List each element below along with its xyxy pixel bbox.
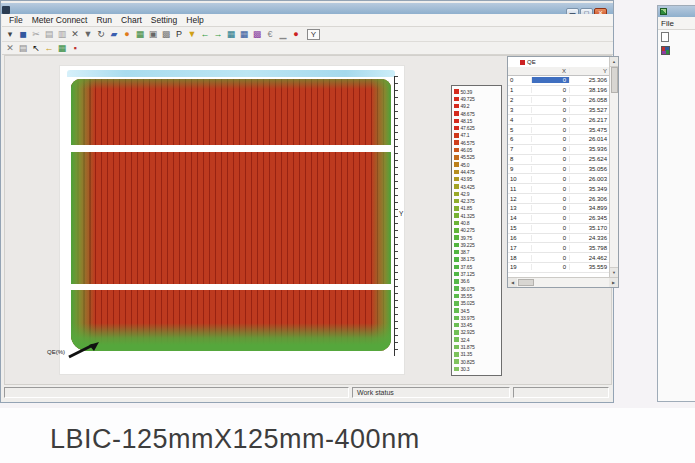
table-row[interactable]: 19035.559: [508, 263, 610, 273]
dot-icon[interactable]: ▪: [69, 42, 81, 54]
cut-icon[interactable]: ✂: [30, 28, 42, 40]
color-scale-legend[interactable]: 50.3949.72549.248.67548.1547.62547.146.5…: [451, 85, 502, 376]
layers-icon[interactable]: ▦: [56, 42, 68, 54]
x-value-cell[interactable]: 0: [532, 87, 570, 93]
y-value-cell[interactable]: 26.217: [570, 117, 610, 123]
cursor-icon[interactable]: ↖: [30, 42, 42, 54]
marker-icon[interactable]: ▼: [186, 28, 198, 40]
x-value-cell[interactable]: 0: [532, 255, 570, 261]
y-value-cell[interactable]: 35.798: [570, 245, 610, 251]
x-value-cell[interactable]: 0: [532, 77, 570, 83]
prev-icon[interactable]: ←: [199, 28, 211, 40]
menu-item-run[interactable]: Run: [96, 15, 112, 25]
table-row[interactable]: 17035.798: [508, 243, 610, 253]
vertical-scroll-thumb[interactable]: [611, 67, 618, 93]
table-row[interactable]: 6026.014: [508, 135, 610, 145]
x-value-cell[interactable]: 0: [532, 146, 570, 152]
side-title-bar[interactable]: [658, 6, 695, 17]
cells-icon[interactable]: ▩: [251, 28, 263, 40]
x-value-cell[interactable]: 0: [532, 196, 570, 202]
y-value-cell[interactable]: 25.624: [570, 156, 610, 162]
y-value-cell[interactable]: 35.056: [570, 166, 610, 172]
scroll-down-button[interactable]: ▼: [610, 267, 618, 277]
camera-icon[interactable]: ▩: [160, 28, 172, 40]
preview-icon[interactable]: P: [173, 28, 185, 40]
y-value-cell[interactable]: 35.349: [570, 186, 610, 192]
table-row[interactable]: 12026.306: [508, 194, 610, 204]
y-value-cell[interactable]: 35.170: [570, 225, 610, 231]
copy-icon[interactable]: ▤: [43, 28, 55, 40]
dropdown-icon[interactable]: ▾: [4, 28, 16, 40]
y-value-cell[interactable]: 26.058: [570, 97, 610, 103]
save-icon[interactable]: ◼: [17, 28, 29, 40]
x-value-cell[interactable]: 0: [532, 205, 570, 211]
y-value-cell[interactable]: 26.003: [570, 176, 610, 182]
table-row[interactable]: 8025.624: [508, 155, 610, 165]
scroll-left-button[interactable]: ◀: [508, 278, 517, 287]
folder-icon[interactable]: ▰: [108, 28, 120, 40]
x-value-cell[interactable]: 0: [532, 166, 570, 172]
table-row[interactable]: 13034.899: [508, 204, 610, 214]
monitor-icon[interactable]: ▣: [147, 28, 159, 40]
table-horizontal-scrollbar[interactable]: ◀ ▶: [508, 277, 618, 287]
y-value-cell[interactable]: 35.527: [570, 107, 610, 113]
title-bar[interactable]: [1, 3, 613, 14]
table-row[interactable]: 11035.349: [508, 184, 610, 194]
table-icon[interactable]: ▦: [225, 28, 237, 40]
x-value-cell[interactable]: 0: [532, 215, 570, 221]
x-value-cell[interactable]: 0: [532, 97, 570, 103]
refresh-icon[interactable]: ↻: [95, 28, 107, 40]
y-value-cell[interactable]: 25.306: [570, 77, 610, 83]
data-grid[interactable]: XY0025.3061038.1962026.0583035.5274026.2…: [508, 67, 610, 274]
y-value-cell[interactable]: 38.196: [570, 87, 610, 93]
lbic-scan-chart[interactable]: Y: [59, 65, 405, 375]
x-value-cell[interactable]: 0: [532, 117, 570, 123]
paste-icon[interactable]: ▥: [56, 28, 68, 40]
min-icon[interactable]: ▁: [277, 28, 289, 40]
y-value-cell[interactable]: 26.345: [570, 215, 610, 221]
horizontal-scroll-thumb[interactable]: [518, 279, 534, 286]
x-value-cell[interactable]: 0: [532, 235, 570, 241]
side-menu-file[interactable]: File: [661, 19, 674, 28]
table-row[interactable]: 2026.058: [508, 96, 610, 106]
menu-item-file[interactable]: File: [9, 15, 23, 25]
scroll-up-button[interactable]: ▲: [610, 57, 618, 67]
euro-icon[interactable]: €: [264, 28, 276, 40]
y-value-cell[interactable]: 24.462: [570, 255, 610, 261]
table-row[interactable]: 5035.475: [508, 125, 610, 135]
menu-item-setting[interactable]: Setting: [151, 15, 177, 25]
table-row[interactable]: 16024.336: [508, 234, 610, 244]
stop-icon[interactable]: ●: [121, 28, 133, 40]
table-row[interactable]: 3035.527: [508, 106, 610, 116]
new-document-icon[interactable]: [661, 32, 669, 42]
menu-item-help[interactable]: Help: [186, 15, 203, 25]
x-value-cell[interactable]: 0: [532, 176, 570, 182]
x-value-cell[interactable]: 0: [532, 225, 570, 231]
table-row[interactable]: 4026.217: [508, 115, 610, 125]
x-value-cell[interactable]: 0: [532, 186, 570, 192]
record-icon[interactable]: ●: [290, 28, 302, 40]
table-row[interactable]: 1038.196: [508, 86, 610, 96]
table-row[interactable]: 14026.345: [508, 214, 610, 224]
table-row[interactable]: 18024.462: [508, 253, 610, 263]
next-icon[interactable]: →: [212, 28, 224, 40]
y-value-cell[interactable]: 35.936: [570, 146, 610, 152]
x-value-cell[interactable]: 0: [532, 264, 570, 270]
x-value-cell[interactable]: 0: [532, 107, 570, 113]
chart-icon[interactable]: ▦: [134, 28, 146, 40]
x-value-cell[interactable]: 0: [532, 136, 570, 142]
table-row[interactable]: 15035.170: [508, 224, 610, 234]
close-icon[interactable]: ✕: [4, 42, 16, 54]
table-row[interactable]: 9035.056: [508, 165, 610, 175]
back-icon[interactable]: ←: [43, 42, 55, 54]
table-row[interactable]: 7035.936: [508, 145, 610, 155]
y-value-cell[interactable]: 35.559: [570, 264, 610, 270]
delete-icon[interactable]: ✕: [69, 28, 81, 40]
menu-item-chart[interactable]: Chart: [121, 15, 142, 25]
scroll-right-button[interactable]: ▶: [609, 278, 618, 287]
table-vertical-scrollbar[interactable]: ▲ ▼: [609, 57, 618, 277]
x-value-cell[interactable]: 0: [532, 156, 570, 162]
y-value-cell[interactable]: 35.475: [570, 127, 610, 133]
y-value-cell[interactable]: 34.899: [570, 205, 610, 211]
y-value-cell[interactable]: 24.336: [570, 235, 610, 241]
